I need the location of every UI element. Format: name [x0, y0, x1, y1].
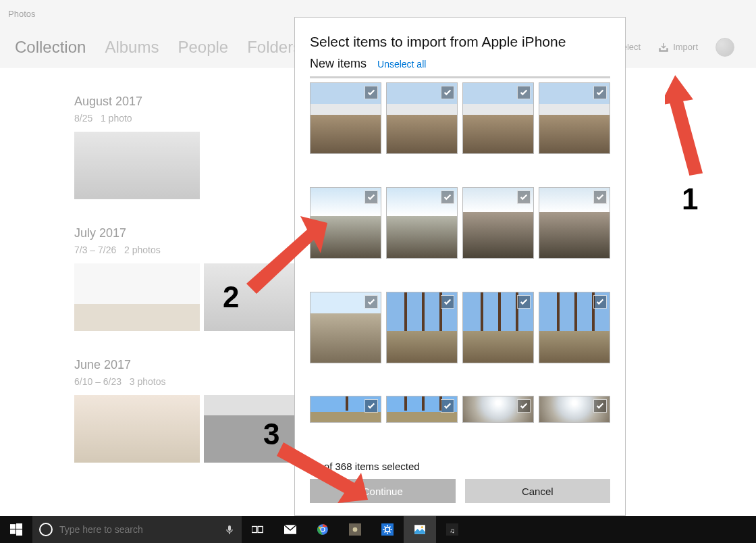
- generic-app-icon: [349, 523, 361, 536]
- start-button[interactable]: [0, 516, 32, 543]
- tab-collection[interactable]: Collection: [15, 38, 86, 57]
- cancel-button[interactable]: Cancel: [465, 479, 611, 503]
- svg-rect-9: [252, 527, 256, 533]
- tab-albums[interactable]: Albums: [105, 38, 159, 57]
- photos-app-icon: [414, 523, 426, 536]
- svg-point-13: [321, 528, 325, 532]
- taskbar-photos[interactable]: [404, 516, 436, 543]
- app-name: Photos: [8, 9, 35, 19]
- svg-rect-6: [10, 529, 16, 534]
- user-avatar[interactable]: [716, 38, 734, 57]
- taskbar-mail[interactable]: [274, 516, 306, 543]
- tab-people[interactable]: People: [178, 38, 228, 57]
- checkmark-icon: [441, 399, 454, 413]
- continue-button[interactable]: Continue: [310, 479, 456, 503]
- import-button[interactable]: Import: [658, 42, 698, 53]
- checkmark-icon: [441, 190, 454, 204]
- checkmark-icon: [593, 399, 607, 413]
- svg-rect-5: [16, 523, 22, 529]
- checkmark-icon: [593, 86, 607, 99]
- svg-point-15: [353, 527, 358, 532]
- checkmark-icon: [517, 295, 531, 309]
- taskbar-app-1[interactable]: [339, 516, 371, 543]
- svg-text:♫: ♫: [450, 527, 455, 534]
- generic-app-icon: ♫: [446, 523, 458, 536]
- import-icon: [658, 42, 669, 53]
- svg-rect-10: [258, 527, 263, 533]
- import-thumbnail[interactable]: [310, 292, 381, 363]
- search-box[interactable]: [32, 516, 242, 543]
- import-dialog: Select items to import from Apple iPhone…: [294, 17, 626, 516]
- import-thumbnail[interactable]: [386, 82, 458, 154]
- checkmark-icon: [517, 190, 531, 204]
- import-thumbnail[interactable]: [310, 396, 381, 423]
- taskbar-app-2[interactable]: [371, 516, 404, 543]
- checkmark-icon: [364, 295, 378, 309]
- import-thumbnail[interactable]: [310, 187, 381, 259]
- cortana-icon: [39, 523, 53, 536]
- mic-icon[interactable]: [224, 524, 235, 535]
- search-input[interactable]: [59, 524, 217, 535]
- checkmark-icon: [441, 295, 454, 309]
- import-thumbnail[interactable]: [462, 292, 534, 363]
- import-thumbnail[interactable]: [539, 292, 610, 363]
- chrome-icon: [317, 523, 329, 536]
- photo-thumbnail[interactable]: [74, 263, 200, 331]
- checkmark-icon: [364, 190, 378, 204]
- dialog-subtitle: New items: [310, 57, 367, 71]
- import-thumbnail[interactable]: [539, 187, 610, 259]
- svg-rect-8: [228, 525, 231, 531]
- svg-rect-7: [16, 529, 22, 536]
- checkmark-icon: [517, 399, 531, 413]
- checkmark-icon: [364, 399, 378, 413]
- import-label: Import: [673, 42, 698, 52]
- photo-thumbnail[interactable]: [74, 395, 200, 463]
- checkmark-icon: [364, 86, 378, 99]
- taskbar-chrome[interactable]: [306, 516, 339, 543]
- checkmark-icon: [593, 190, 607, 204]
- import-thumbnail[interactable]: [462, 187, 534, 259]
- checkmark-icon: [441, 86, 454, 99]
- import-thumbnail[interactable]: [462, 396, 534, 423]
- checkmark-icon: [517, 86, 531, 99]
- tab-folders[interactable]: Folders: [247, 38, 301, 57]
- import-thumbnail[interactable]: [386, 396, 458, 423]
- dialog-title: Select items to import from Apple iPhone: [310, 34, 610, 50]
- import-thumbnail[interactable]: [386, 187, 458, 259]
- svg-rect-4: [10, 524, 16, 529]
- task-view-icon: [252, 523, 264, 536]
- progress-bar: [310, 76, 610, 78]
- svg-point-19: [421, 526, 423, 528]
- unselect-all-link[interactable]: Unselect all: [377, 59, 426, 70]
- photo-thumbnail[interactable]: [74, 132, 200, 199]
- mail-icon: [284, 523, 296, 536]
- checkmark-icon: [593, 295, 607, 309]
- taskbar-app-3[interactable]: ♫: [436, 516, 468, 543]
- task-view-button[interactable]: [242, 516, 274, 543]
- import-thumbnail[interactable]: [386, 292, 458, 363]
- import-thumbnail[interactable]: [539, 82, 610, 154]
- import-thumbnail[interactable]: [539, 396, 610, 423]
- import-grid: [310, 82, 610, 451]
- import-thumbnail[interactable]: [462, 82, 534, 154]
- gear-app-icon: [381, 523, 394, 536]
- taskbar: ♫: [0, 516, 756, 543]
- import-thumbnail[interactable]: [310, 82, 381, 154]
- windows-icon: [10, 523, 22, 536]
- selection-count: 23 of 368 items selected: [310, 461, 610, 472]
